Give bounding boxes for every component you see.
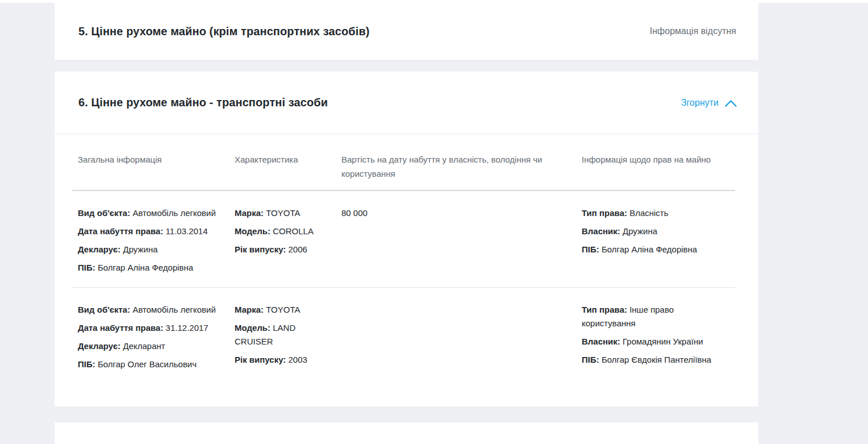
field-label: Декларує: [78,341,120,351]
section-5-title: 5. Цінне рухоме майно (крім транспортних… [78,25,370,38]
field-label: Тип права: [582,208,627,218]
field-label: Рік випуску: [235,244,286,254]
field-value: Декларант [123,341,165,351]
vehicles-table: Загальна інформація Характеристика Варті… [72,134,735,384]
field-acquire-date: Дата набуття права: 31.12.2017 [78,321,223,335]
field-value: Дружина [123,244,158,254]
field-label: Модель: [235,323,270,333]
field-value: 31.12.2017 [166,323,208,333]
cell-cost [336,288,576,384]
collapse-label: Згорнути [681,98,719,108]
table-header-row: Загальна інформація Характеристика Варті… [72,134,735,190]
cell-general: Вид об'єкта: Автомобіль легковий Дата на… [72,190,229,288]
field-label: Вид об'єкта: [78,305,130,314]
field-value: 11.03.2014 [166,226,208,236]
field-right-type: Тип права: Інше право користування [582,303,729,330]
cell-characteristics: Марка: TOYOTA Модель: COROLLA Рік випуск… [229,190,336,288]
field-right-type: Тип права: Власність [582,206,729,220]
field-model: Модель: LAND CRUISER [235,321,330,348]
field-brand: Марка: TOYOTA [235,206,330,220]
field-label: Дата набуття права: [78,323,163,333]
field-value: Власність [629,208,668,218]
field-brand: Марка: TOYOTA [235,303,330,317]
col-header-cost: Вартість на дату набуття у власність, во… [336,134,576,190]
field-label: ПІБ: [582,244,599,254]
field-label: Марка: [235,208,264,218]
field-year: Рік випуску: 2006 [235,243,330,256]
col-header-characteristics: Характеристика [229,134,336,190]
field-name: ПІБ: Болгар Олег Васильович [78,358,223,371]
field-value: TOYOTA [266,305,300,314]
field-value: TOYOTA [266,208,300,218]
field-object-type: Вид об'єкта: Автомобіль легковий [78,303,223,317]
field-declared-by: Декларує: Дружина [78,243,223,256]
field-label: Декларує: [78,244,120,254]
section-6-title: 6. Цінне рухоме майно - транспортні засо… [78,96,328,109]
field-label: Власник: [582,337,620,346]
field-owner: Власник: Громадянин України [582,335,729,348]
field-name: ПІБ: Болгар Аліна Федорівна [78,261,223,275]
field-value: Болгар Аліна Федорівна [98,263,193,272]
collapse-button[interactable]: Згорнути [681,98,737,108]
cell-rights: Тип права: Власність Власник: Дружина ПІ… [576,190,735,288]
col-header-general: Загальна інформація [72,134,229,190]
field-label: Тип права: [582,305,627,314]
next-section-card [55,422,758,444]
field-value: Автомобіль легковий [132,305,215,314]
field-label: Марка: [235,305,264,314]
field-value: Болгар Євдокія Пантеліївна [602,355,711,364]
section-5-status: Інформація відсутня [650,26,736,36]
vehicle-row-2: Вид об'єкта: Автомобіль легковий Дата на… [72,288,735,384]
cell-cost: 80 000 [336,190,576,288]
field-label: ПІБ: [78,359,95,369]
field-year: Рік випуску: 2003 [235,353,330,367]
cell-general: Вид об'єкта: Автомобіль легковий Дата на… [72,288,229,384]
field-label: Дата набуття права: [78,226,163,236]
field-declared-by: Декларує: Декларант [78,339,223,353]
field-owner-name: ПІБ: Болгар Аліна Федорівна [582,243,729,256]
field-label: Власник: [582,226,620,236]
field-owner-name: ПІБ: Болгар Євдокія Пантеліївна [582,353,729,367]
field-value: Громадянин України [623,337,703,346]
section-6-card: 6. Цінне рухоме майно - транспортні засо… [55,72,758,406]
field-label: Вид об'єкта: [78,208,130,218]
section-5-card: 5. Цінне рухоме майно (крім транспортних… [55,3,758,60]
section-6-header: 6. Цінне рухоме майно - транспортні засо… [55,72,758,134]
field-label: ПІБ: [582,355,599,364]
field-value: Болгар Олег Васильович [98,359,197,369]
field-value: Автомобіль легковий [132,208,215,218]
field-value: COROLLA [273,226,314,236]
field-value: Болгар Аліна Федорівна [602,244,697,254]
chevron-up-icon [725,100,737,107]
field-value: 2003 [288,355,307,364]
field-model: Модель: COROLLA [235,225,330,238]
field-object-type: Вид об'єкта: Автомобіль легковий [78,206,223,220]
vehicle-row-1: Вид об'єкта: Автомобіль легковий Дата на… [72,190,735,288]
field-owner: Власник: Дружина [582,225,729,238]
cell-rights: Тип права: Інше право користування Власн… [576,288,735,384]
field-value: 2006 [288,244,307,254]
cell-characteristics: Марка: TOYOTA Модель: LAND CRUISER Рік в… [229,288,336,384]
field-label: Модель: [235,226,270,236]
col-header-rights: Інформація щодо прав на майно [576,134,735,190]
vehicles-table-wrap: Загальна інформація Характеристика Варті… [55,134,758,406]
field-label: Рік випуску: [235,355,286,364]
field-acquire-date: Дата набуття права: 11.03.2014 [78,225,223,238]
field-label: ПІБ: [78,263,95,272]
field-value: Дружина [623,226,657,236]
